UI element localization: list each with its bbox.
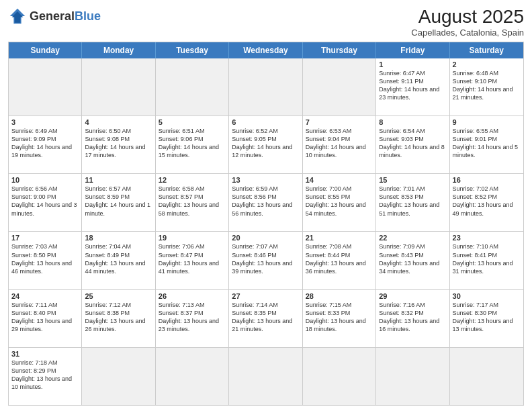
cell-info: Sunrise: 6:52 AM Sunset: 9:05 PM Dayligh… (232, 127, 299, 160)
title-block: August 2025 Capellades, Catalonia, Spain (411, 7, 524, 38)
logo-text: GeneralBlue (30, 10, 101, 22)
calendar-cell: 8Sunrise: 6:54 AM Sunset: 9:03 PM Daylig… (376, 116, 449, 173)
header-day-friday: Friday (376, 42, 449, 58)
calendar-cell: 27Sunrise: 7:14 AM Sunset: 8:35 PM Dayli… (229, 290, 302, 347)
cell-info: Sunrise: 7:06 AM Sunset: 8:47 PM Dayligh… (159, 242, 226, 275)
day-number: 17 (11, 234, 79, 242)
day-number: 22 (379, 234, 446, 242)
day-number: 21 (306, 234, 373, 242)
calendar-cell (229, 58, 302, 116)
day-number: 7 (306, 118, 373, 126)
month-year: August 2025 (411, 7, 524, 28)
calendar-cell: 10Sunrise: 6:56 AM Sunset: 9:00 PM Dayli… (9, 174, 82, 231)
cell-info: Sunrise: 7:15 AM Sunset: 8:33 PM Dayligh… (306, 301, 373, 334)
day-number: 6 (232, 118, 299, 126)
cell-info: Sunrise: 7:01 AM Sunset: 8:53 PM Dayligh… (379, 185, 446, 218)
day-number: 15 (379, 176, 446, 184)
cell-info: Sunrise: 6:50 AM Sunset: 9:08 PM Dayligh… (85, 127, 152, 160)
calendar-row-0: 1Sunrise: 6:47 AM Sunset: 9:11 PM Daylig… (9, 58, 523, 116)
day-number: 27 (232, 292, 299, 300)
calendar-cell: 2Sunrise: 6:48 AM Sunset: 9:10 PM Daylig… (450, 58, 523, 116)
header-day-monday: Monday (82, 42, 155, 58)
calendar-cell (9, 58, 82, 116)
calendar-cell: 5Sunrise: 6:51 AM Sunset: 9:06 PM Daylig… (156, 116, 229, 173)
calendar-cell: 16Sunrise: 7:02 AM Sunset: 8:52 PM Dayli… (450, 174, 523, 231)
cell-info: Sunrise: 6:49 AM Sunset: 9:09 PM Dayligh… (11, 127, 79, 160)
cell-info: Sunrise: 7:18 AM Sunset: 8:29 PM Dayligh… (11, 359, 79, 392)
calendar-cell: 7Sunrise: 6:53 AM Sunset: 9:04 PM Daylig… (303, 116, 376, 173)
header-day-saturday: Saturday (450, 42, 523, 58)
header-day-thursday: Thursday (303, 42, 376, 58)
location: Capellades, Catalonia, Spain (411, 28, 524, 38)
calendar-cell: 29Sunrise: 7:16 AM Sunset: 8:32 PM Dayli… (376, 290, 449, 347)
calendar-cell: 28Sunrise: 7:15 AM Sunset: 8:33 PM Dayli… (303, 290, 376, 347)
logo: GeneralBlue (8, 7, 101, 26)
calendar-cell: 30Sunrise: 7:17 AM Sunset: 8:30 PM Dayli… (450, 290, 523, 347)
calendar-row-3: 17Sunrise: 7:03 AM Sunset: 8:50 PM Dayli… (9, 231, 523, 289)
calendar-row-5: 31Sunrise: 7:18 AM Sunset: 8:29 PM Dayli… (9, 347, 523, 405)
day-number: 23 (453, 234, 521, 242)
calendar-cell: 11Sunrise: 6:57 AM Sunset: 8:59 PM Dayli… (82, 174, 155, 231)
calendar-cell (303, 58, 376, 116)
calendar-row-2: 10Sunrise: 6:56 AM Sunset: 9:00 PM Dayli… (9, 173, 523, 231)
cell-info: Sunrise: 6:47 AM Sunset: 9:11 PM Dayligh… (379, 69, 446, 102)
calendar-cell: 15Sunrise: 7:01 AM Sunset: 8:53 PM Dayli… (376, 174, 449, 231)
day-number: 9 (453, 118, 521, 126)
calendar-body: 1Sunrise: 6:47 AM Sunset: 9:11 PM Daylig… (9, 58, 523, 405)
calendar-cell: 13Sunrise: 6:59 AM Sunset: 8:56 PM Dayli… (229, 174, 302, 231)
day-number: 30 (453, 292, 521, 300)
day-number: 10 (11, 176, 79, 184)
day-number: 26 (159, 292, 226, 300)
day-number: 12 (159, 176, 226, 184)
calendar-cell: 18Sunrise: 7:04 AM Sunset: 8:49 PM Dayli… (82, 232, 155, 289)
calendar-cell (376, 348, 449, 405)
cell-info: Sunrise: 6:53 AM Sunset: 9:04 PM Dayligh… (306, 127, 373, 160)
calendar-cell: 6Sunrise: 6:52 AM Sunset: 9:05 PM Daylig… (229, 116, 302, 173)
calendar-cell: 4Sunrise: 6:50 AM Sunset: 9:08 PM Daylig… (82, 116, 155, 173)
cell-info: Sunrise: 6:48 AM Sunset: 9:10 PM Dayligh… (453, 69, 521, 102)
day-number: 16 (453, 176, 521, 184)
day-number: 13 (232, 176, 299, 184)
calendar-cell (82, 58, 155, 116)
calendar-cell: 21Sunrise: 7:08 AM Sunset: 8:44 PM Dayli… (303, 232, 376, 289)
day-number: 2 (453, 60, 521, 68)
cell-info: Sunrise: 7:16 AM Sunset: 8:32 PM Dayligh… (379, 301, 446, 334)
calendar: SundayMondayTuesdayWednesdayThursdayFrid… (8, 42, 524, 406)
calendar-row-4: 24Sunrise: 7:11 AM Sunset: 8:40 PM Dayli… (9, 289, 523, 347)
calendar-cell: 20Sunrise: 7:07 AM Sunset: 8:46 PM Dayli… (229, 232, 302, 289)
calendar-cell: 24Sunrise: 7:11 AM Sunset: 8:40 PM Dayli… (9, 290, 82, 347)
calendar-cell (450, 348, 523, 405)
day-number: 19 (159, 234, 226, 242)
cell-info: Sunrise: 7:11 AM Sunset: 8:40 PM Dayligh… (11, 301, 79, 334)
calendar-cell: 1Sunrise: 6:47 AM Sunset: 9:11 PM Daylig… (376, 58, 449, 116)
calendar-cell (303, 348, 376, 405)
calendar-cell: 14Sunrise: 7:00 AM Sunset: 8:55 PM Dayli… (303, 174, 376, 231)
day-number: 1 (379, 60, 446, 68)
day-number: 5 (159, 118, 226, 126)
day-number: 28 (306, 292, 373, 300)
cell-info: Sunrise: 7:17 AM Sunset: 8:30 PM Dayligh… (453, 301, 521, 334)
day-number: 25 (85, 292, 152, 300)
day-number: 31 (11, 350, 79, 358)
page: GeneralBlue August 2025 Capellades, Cata… (0, 0, 532, 411)
cell-info: Sunrise: 7:08 AM Sunset: 8:44 PM Dayligh… (306, 242, 373, 275)
cell-info: Sunrise: 6:51 AM Sunset: 9:06 PM Dayligh… (159, 127, 226, 160)
calendar-cell: 3Sunrise: 6:49 AM Sunset: 9:09 PM Daylig… (9, 116, 82, 173)
calendar-cell (82, 348, 155, 405)
calendar-cell: 23Sunrise: 7:10 AM Sunset: 8:41 PM Dayli… (450, 232, 523, 289)
calendar-cell: 12Sunrise: 6:58 AM Sunset: 8:57 PM Dayli… (156, 174, 229, 231)
day-number: 8 (379, 118, 446, 126)
cell-info: Sunrise: 7:04 AM Sunset: 8:49 PM Dayligh… (85, 242, 152, 275)
day-number: 29 (379, 292, 446, 300)
calendar-cell (229, 348, 302, 405)
calendar-header-row: SundayMondayTuesdayWednesdayThursdayFrid… (9, 42, 523, 58)
calendar-row-1: 3Sunrise: 6:49 AM Sunset: 9:09 PM Daylig… (9, 116, 523, 173)
day-number: 4 (85, 118, 152, 126)
day-number: 11 (85, 176, 152, 184)
header-day-wednesday: Wednesday (229, 42, 302, 58)
cell-info: Sunrise: 7:14 AM Sunset: 8:35 PM Dayligh… (232, 301, 299, 334)
header-day-sunday: Sunday (9, 42, 82, 58)
day-number: 24 (11, 292, 79, 300)
logo-icon (8, 7, 27, 26)
cell-info: Sunrise: 7:09 AM Sunset: 8:43 PM Dayligh… (379, 242, 446, 275)
